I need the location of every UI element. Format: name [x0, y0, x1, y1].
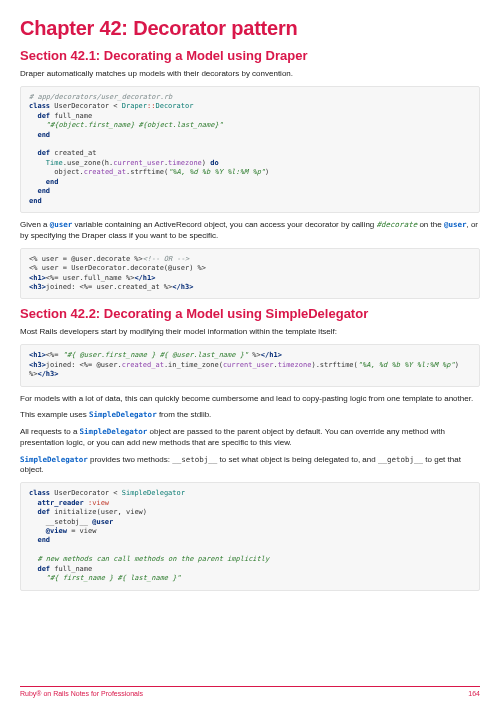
inline-code: __setobj__ [172, 455, 217, 464]
paragraph: All requests to a SimpleDelegator object… [20, 427, 480, 449]
paragraph: Given a @user variable containing an Act… [20, 220, 480, 242]
paragraph: For models with a lot of data, this can … [20, 394, 480, 405]
code-block-simple-delegator: class UserDecorator < SimpleDelegator at… [20, 482, 480, 590]
chapter-title: Chapter 42: Decorator pattern [20, 17, 480, 40]
inline-code: @user [444, 220, 467, 229]
page-footer: Ruby® on Rails Notes for Professionals 1… [20, 686, 480, 697]
paragraph: SimpleDelegator provides two methods: __… [20, 455, 480, 477]
inline-code: __getobj__ [378, 455, 423, 464]
page-number: 164 [468, 690, 480, 697]
inline-code: #decorate [377, 220, 418, 229]
section-2-title: Section 42.2: Decorating a Model using S… [20, 306, 480, 321]
inline-code: @user [50, 220, 73, 229]
paragraph: Draper automatically matches up models w… [20, 69, 480, 80]
paragraph: Most Rails developers start by modifying… [20, 327, 480, 338]
code-block-decorate-usage: <% user = @user.decorate %><!-- OR --> <… [20, 248, 480, 300]
code-block-template-inline: <h1><%= "#{ @user.first_name } #{ @user.… [20, 344, 480, 386]
inline-code: SimpleDelegator [89, 410, 157, 419]
inline-code: SimpleDelegator [80, 427, 148, 436]
inline-code: SimpleDelegator [20, 455, 88, 464]
paragraph: This example uses SimpleDelegator from t… [20, 410, 480, 421]
section-1-title: Section 42.1: Decorating a Model using D… [20, 48, 480, 63]
footer-left: Ruby® on Rails Notes for Professionals [20, 690, 143, 697]
code-block-draper: # app/decorators/user_decorator.rb class… [20, 86, 480, 213]
